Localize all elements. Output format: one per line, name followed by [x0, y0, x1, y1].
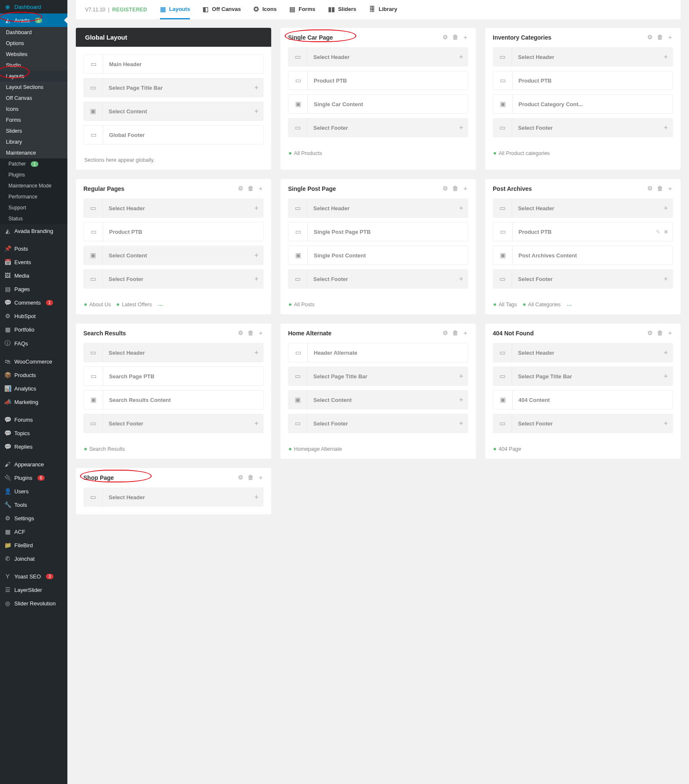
- gear-icon[interactable]: ⚙: [647, 34, 653, 41]
- layout-slot[interactable]: ▭ Select Header +: [288, 198, 468, 218]
- layout-slot[interactable]: ▭ Select Header +: [288, 47, 468, 67]
- clone-icon[interactable]: ＋: [462, 185, 468, 193]
- layout-slot[interactable]: ▭ Product PTB +: [83, 222, 264, 241]
- add-icon[interactable]: +: [249, 493, 264, 501]
- layout-slot[interactable]: ▭ Select Header +: [493, 47, 673, 67]
- tab-library[interactable]: 🗄Library: [369, 0, 397, 19]
- sidebar-avada[interactable]: ◭ Avada 1: [0, 13, 67, 27]
- clone-icon[interactable]: ＋: [258, 185, 264, 193]
- sidebar-yoast[interactable]: YYoast SEO3: [0, 570, 67, 583]
- layout-slot[interactable]: ▭ Select Footer +: [288, 118, 468, 137]
- add-icon[interactable]: +: [659, 349, 673, 356]
- sidebar-faqs[interactable]: ⓘFAQs: [0, 336, 67, 351]
- sidebar-posts[interactable]: 📌Posts: [0, 242, 67, 255]
- gear-icon[interactable]: ⚙: [443, 34, 448, 41]
- gear-icon[interactable]: ⚙: [443, 185, 448, 193]
- add-icon[interactable]: +: [249, 275, 264, 283]
- more-conditions[interactable]: …: [566, 301, 572, 307]
- sidebar-tools[interactable]: 🔧Tools: [0, 498, 67, 511]
- clone-icon[interactable]: ＋: [462, 329, 468, 337]
- layout-slot[interactable]: ▣ 404 Content +: [493, 390, 673, 409]
- layout-slot[interactable]: ▣ Search Results Content +: [83, 390, 264, 409]
- layout-slot[interactable]: ▣ Product Category Cont... +: [493, 94, 673, 114]
- layout-slot[interactable]: ▭ Select Header +: [493, 343, 673, 362]
- tab-sliders[interactable]: ▮▮Sliders: [328, 0, 356, 19]
- layout-slot[interactable]: ▣ Single Car Content +: [288, 94, 468, 114]
- submenu-support[interactable]: Support: [0, 202, 67, 213]
- submenu-maintenance-mode[interactable]: Maintenance Mode: [0, 180, 67, 191]
- trash-icon[interactable]: 🗑: [248, 329, 254, 337]
- submenu-studio[interactable]: Studio: [0, 60, 67, 71]
- submenu-icons[interactable]: Icons: [0, 104, 67, 115]
- sidebar-marketing[interactable]: 📣Marketing: [0, 395, 67, 409]
- layout-slot[interactable]: ▣ Select Content +: [288, 390, 468, 409]
- sidebar-users[interactable]: 👤Users: [0, 484, 67, 498]
- submenu-off-canvas[interactable]: Off Canvas: [0, 93, 67, 104]
- layout-slot[interactable]: ▭ Select Footer +: [493, 414, 673, 433]
- add-icon[interactable]: +: [659, 124, 673, 131]
- layout-slot[interactable]: ▭ Select Footer +: [83, 269, 264, 289]
- sidebar-hubspot[interactable]: ⚙HubSpot: [0, 309, 67, 323]
- layout-slot[interactable]: ▭ Product PTB +: [288, 71, 468, 90]
- submenu-plugins[interactable]: Plugins: [0, 169, 67, 180]
- submenu-forms[interactable]: Forms: [0, 115, 67, 126]
- sidebar-analytics[interactable]: 📊Analytics: [0, 382, 67, 395]
- layout-slot[interactable]: ▭ Select Header +: [83, 343, 264, 362]
- clone-icon[interactable]: ＋: [667, 34, 673, 41]
- layout-slot[interactable]: ▭ Select Header +: [493, 198, 673, 218]
- sidebar-joinchat[interactable]: ✆Joinchat: [0, 552, 67, 565]
- add-icon[interactable]: +: [454, 396, 468, 404]
- more-conditions[interactable]: …: [158, 301, 164, 307]
- global-content-slot[interactable]: ▣Select Content+: [83, 102, 264, 121]
- submenu-performance[interactable]: Performance: [0, 191, 67, 202]
- clone-icon[interactable]: ＋: [462, 34, 468, 41]
- gear-icon[interactable]: ⚙: [238, 474, 243, 482]
- submenu-library[interactable]: Library: [0, 136, 67, 147]
- add-icon[interactable]: +: [454, 53, 468, 61]
- submenu-layouts[interactable]: Layouts: [0, 71, 67, 82]
- gear-icon[interactable]: ⚙: [647, 185, 653, 193]
- tab-icons[interactable]: ✪Icons: [254, 0, 277, 19]
- sidebar-portfolio[interactable]: ▦Portfolio: [0, 323, 67, 336]
- add-icon[interactable]: +: [249, 204, 264, 212]
- layout-slot[interactable]: ▭ Select Footer +: [83, 414, 264, 433]
- add-icon[interactable]: +: [454, 275, 468, 283]
- global-footer-slot[interactable]: ▭Global Footer: [83, 125, 264, 144]
- tab-layouts[interactable]: ▦Layouts: [160, 0, 190, 19]
- layout-slot[interactable]: ▭ Header Alternate +: [288, 343, 468, 362]
- gear-icon[interactable]: ⚙: [443, 329, 448, 337]
- add-icon[interactable]: +: [249, 420, 264, 427]
- submenu-maintenance[interactable]: Maintenance: [0, 147, 67, 158]
- submenu-layout-sections[interactable]: Layout Sections: [0, 82, 67, 93]
- sidebar-events[interactable]: 📅Events: [0, 255, 67, 269]
- sidebar-settings[interactable]: ⚙Settings: [0, 511, 67, 525]
- layout-slot[interactable]: ▭ Search Page PTB +: [83, 367, 264, 386]
- add-icon[interactable]: +: [659, 420, 673, 427]
- global-ptb-slot[interactable]: ▭Select Page Title Bar+: [83, 78, 264, 97]
- add-icon[interactable]: +: [454, 372, 468, 380]
- layout-slot[interactable]: ▣ Single Post Content +: [288, 246, 468, 265]
- trash-icon[interactable]: 🗑: [452, 329, 458, 337]
- clone-icon[interactable]: ＋: [667, 185, 673, 193]
- trash-icon[interactable]: 🗑: [452, 185, 458, 193]
- submenu-status[interactable]: Status: [0, 213, 67, 224]
- layout-slot[interactable]: ▭ Select Page Title Bar +: [288, 367, 468, 386]
- sidebar-products[interactable]: 📦Products: [0, 368, 67, 382]
- add-icon[interactable]: +: [454, 124, 468, 131]
- tab-off-canvas[interactable]: ◧Off Canvas: [203, 0, 241, 19]
- sidebar-dashboard[interactable]: ◉Dashboard: [0, 0, 67, 13]
- layout-slot[interactable]: ▣ Select Content +: [83, 246, 264, 265]
- layout-slot[interactable]: ▭ Product PTB ✎✖: [493, 222, 673, 241]
- trash-icon[interactable]: 🗑: [657, 185, 663, 193]
- layout-slot[interactable]: ▭ Select Page Title Bar +: [493, 367, 673, 386]
- sidebar-slider-revolution[interactable]: ◎Slider Revolution: [0, 597, 67, 610]
- sidebar-woocommerce[interactable]: 🛍WooCommerce: [0, 355, 67, 368]
- trash-icon[interactable]: 🗑: [657, 34, 663, 41]
- layout-slot[interactable]: ▭ Select Header +: [83, 198, 264, 218]
- sidebar-acf[interactable]: ▦ACF: [0, 525, 67, 538]
- add-icon[interactable]: +: [659, 204, 673, 212]
- sidebar-plugins[interactable]: 🔌Plugins6: [0, 471, 67, 484]
- gear-icon[interactable]: ⚙: [238, 329, 243, 337]
- submenu-options[interactable]: Options: [0, 38, 67, 49]
- edit-icon[interactable]: ✎: [656, 229, 660, 235]
